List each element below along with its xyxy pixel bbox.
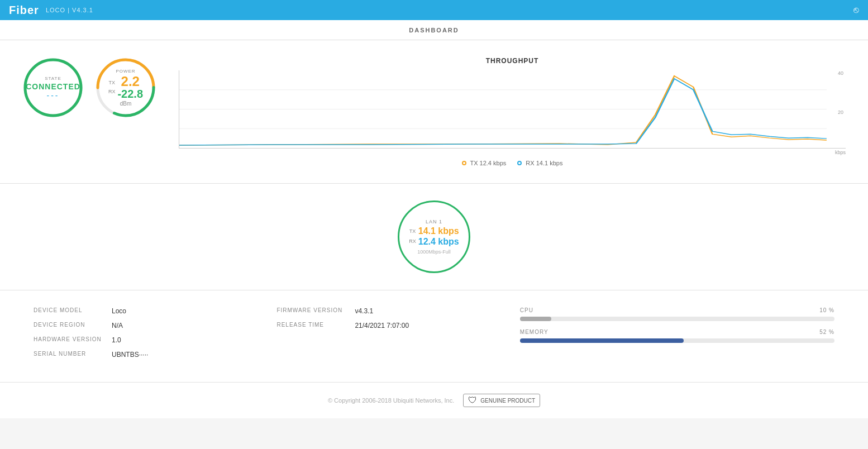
hardware-version-label: HARDWARE VERSION — [34, 336, 112, 344]
serial-number-value: UBNTBS····· — [112, 351, 148, 359]
legend-tx-dot — [462, 161, 466, 165]
power-unit: dBm — [108, 101, 143, 107]
nav-title: DASHBOARD — [409, 27, 459, 34]
genuine-badge: 🛡 GENUINE PRODUCT — [463, 394, 540, 407]
cpu-bar-bg — [520, 317, 834, 321]
nav-bar: DASHBOARD — [0, 20, 868, 40]
header-subtitle: LOCO | V4.3.1 — [46, 7, 93, 13]
throughput-section: THROUGHPUT 40 20 — [179, 57, 846, 166]
cpu-label: CPU — [520, 307, 533, 313]
power-label: POWER — [108, 69, 143, 74]
header: Fiber LOCO | V4.3.1 ⎋ — [0, 0, 868, 20]
section-top: STATE CONNECTED --- POWER — [0, 40, 868, 184]
lan-numbers: 14.1 kbps 12.4 kbps — [418, 226, 459, 247]
legend-tx-label: TX 12.4 kbps — [470, 160, 506, 166]
power-tx-row: TXRX 2.2 -22.8 — [108, 75, 143, 99]
lan-tx-value: 14.1 kbps — [418, 226, 459, 236]
cpu-bar-fill — [520, 317, 551, 321]
y-label-20: 20 — [838, 109, 843, 115]
memory-bar-bg — [520, 338, 834, 343]
state-value: CONNECTED — [26, 82, 80, 91]
cpu-pct-value: 10 — [819, 307, 827, 313]
header-left: Fiber LOCO | V4.3.1 — [9, 4, 93, 17]
state-dashes: --- — [26, 91, 80, 100]
memory-unit: % — [829, 329, 834, 335]
cpu-pct-right: 10 % — [819, 307, 834, 313]
memory-pct-right: 52 % — [819, 329, 834, 335]
lan-circle: LAN 1 TXRX 14.1 kbps 12.4 kbps 1000Mbps-… — [398, 200, 470, 273]
lan-speed: 1000Mbps-Full — [417, 249, 451, 255]
legend-tx: TX 12.4 kbps — [462, 160, 507, 166]
release-time-row: RELEASE TIME 21/4/2021 7:07:00 — [276, 322, 486, 329]
memory-pct-value: 52 — [819, 329, 827, 335]
copyright-text: © Copyright 2006-2018 Ubiquiti Networks,… — [328, 397, 454, 404]
state-circle: STATE CONNECTED --- — [22, 57, 84, 118]
release-time-label: RELEASE TIME — [276, 322, 355, 329]
hardware-version-value: 1.0 — [112, 336, 121, 344]
device-model-value: Loco — [112, 307, 126, 315]
legend-rx-label: RX 14.1 kbps — [526, 160, 562, 166]
logout-icon[interactable]: ⎋ — [853, 5, 859, 15]
memory-meter-row: MEMORY 52 % — [520, 329, 834, 343]
state-inner: STATE CONNECTED --- — [26, 76, 80, 100]
firmware-version-value: v4.3.1 — [355, 307, 373, 315]
device-region-label: DEVICE REGION — [34, 322, 112, 329]
lan-txrx-labels: TXRX — [409, 226, 416, 246]
cpu-unit: % — [829, 307, 834, 313]
lan-values: TXRX 14.1 kbps 12.4 kbps — [409, 226, 459, 247]
firmware-version-label: FIRMWARE VERSION — [276, 307, 355, 315]
hardware-version-row: HARDWARE VERSION 1.0 — [34, 336, 243, 344]
chart-y-labels: 40 20 — [836, 70, 846, 148]
device-info-col: DEVICE MODEL Loco DEVICE REGION N/A HARD… — [34, 307, 243, 365]
badge-shield-icon: 🛡 — [468, 395, 477, 405]
device-region-value: N/A — [112, 322, 123, 329]
firmware-version-row: FIRMWARE VERSION v4.3.1 — [276, 307, 486, 315]
chart-unit: kbps — [179, 150, 846, 155]
power-circle: POWER TXRX 2.2 -22.8 dBm — [95, 57, 156, 118]
power-rx-value: -22.8 — [117, 88, 143, 99]
memory-bar-fill — [520, 338, 684, 343]
device-model-label: DEVICE MODEL — [34, 307, 112, 315]
power-tx-value: 2.2 — [117, 75, 143, 88]
lan-title: LAN 1 — [426, 219, 442, 225]
gauges-group: STATE CONNECTED --- POWER — [22, 57, 156, 118]
power-tx-label: TXRX — [108, 78, 116, 96]
device-model-row: DEVICE MODEL Loco — [34, 307, 243, 315]
release-time-value: 21/4/2021 7:07:00 — [355, 322, 409, 329]
cpu-label-row: CPU 10 % — [520, 307, 834, 313]
device-region-row: DEVICE REGION N/A — [34, 322, 243, 329]
power-values: 2.2 -22.8 — [117, 75, 143, 99]
cpu-meter-row: CPU 10 % — [520, 307, 834, 321]
chart-svg — [179, 70, 846, 148]
chart-wrapper: 40 20 kbps — [179, 70, 846, 155]
state-gauge: STATE CONNECTED --- — [22, 57, 84, 118]
badge-text: GENUINE PRODUCT — [480, 398, 535, 404]
state-label: STATE — [26, 76, 80, 81]
legend-rx: RX 14.1 kbps — [517, 160, 562, 166]
section-device: DEVICE MODEL Loco DEVICE REGION N/A HARD… — [0, 290, 868, 383]
chart-area: 40 20 — [179, 70, 846, 149]
logout-button[interactable]: ⎋ — [853, 5, 859, 15]
power-inner: POWER TXRX 2.2 -22.8 dBm — [108, 69, 143, 107]
serial-number-label: SERIAL NUMBER — [34, 351, 112, 359]
footer: © Copyright 2006-2018 Ubiquiti Networks,… — [0, 383, 868, 418]
power-gauge: POWER TXRX 2.2 -22.8 dBm — [95, 57, 156, 118]
chart-legend: TX 12.4 kbps RX 14.1 kbps — [179, 160, 846, 166]
brand-logo: Fiber — [9, 4, 39, 17]
serial-number-row: SERIAL NUMBER UBNTBS····· — [34, 351, 243, 359]
memory-label: MEMORY — [520, 329, 549, 335]
throughput-title: THROUGHPUT — [179, 57, 846, 65]
lan-rx-value: 12.4 kbps — [418, 236, 459, 247]
y-label-40: 40 — [838, 70, 843, 76]
system-col: CPU 10 % MEMORY 52 % — [520, 307, 834, 365]
firmware-col: FIRMWARE VERSION v4.3.1 RELEASE TIME 21/… — [276, 307, 486, 365]
section-lan: LAN 1 TXRX 14.1 kbps 12.4 kbps 1000Mbps-… — [0, 184, 868, 290]
legend-rx-dot — [517, 161, 522, 165]
memory-label-row: MEMORY 52 % — [520, 329, 834, 335]
